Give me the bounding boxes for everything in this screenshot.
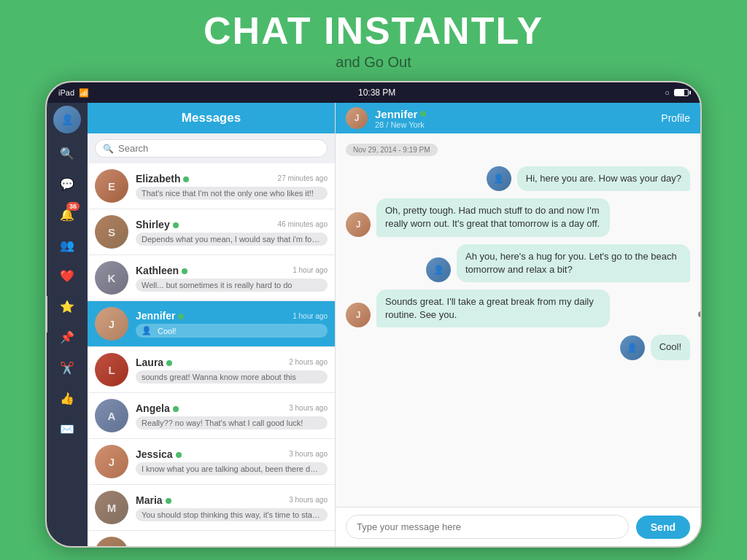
ipad-side-dot [698,311,702,317]
conv-avatar: J [95,307,128,341]
conv-name: Shirley [136,219,179,230]
conv-body: Jessica 3 hours ago I know what you are … [136,448,328,475]
sidebar-item-favorites[interactable]: ⭐ [53,292,81,320]
profile-button[interactable]: Profile [661,112,690,124]
sidebar-item-likes[interactable]: ❤️ [53,262,81,289]
hero-subtitle: and Go Out [336,54,411,71]
sidebar-item-tools[interactable]: ✂️ [53,354,81,381]
conv-name: Laura [136,357,172,368]
conv-time: 2 hours ago [289,358,328,366]
sidebar-item-bookmarks[interactable]: 📌 [53,323,81,351]
conversation-item-jennifer[interactable]: J Jennifer 1 hour ago 👤 Cool! [88,301,335,347]
conv-time: 1 hour ago [293,312,328,320]
sidebar-item-mail[interactable]: ✉️ [53,415,81,443]
user-avatar[interactable]: 👤 [53,106,81,133]
wifi-icon: 📶 [79,88,89,98]
message-bubble: Hi, here you are. How was your day? [517,166,690,191]
conv-avatar: L [95,353,128,386]
thumbsup-icon: 👍 [60,392,74,405]
chat-icon: 💬 [60,177,74,191]
conversation-item-kathleen[interactable]: K Kathleen 1 hour ago Well... but someti… [88,255,335,301]
app-area: 👤 🔍 💬 🔔 36 👥 ❤️ ⭐ 📌 [47,103,700,546]
conv-body: Shirley 46 minutes ago Depends what you … [136,219,328,246]
message-row-2: Ah you, here's a hug for you. Let's go t… [346,244,690,282]
conversation-item-maria[interactable]: M Maria 3 hours ago You should stop thin… [88,485,335,531]
bookmark-icon: 📌 [60,330,74,344]
conversation-item-lisa[interactable]: L Lisa 4 hours ago [88,531,335,546]
conv-time: 3 hours ago [289,496,328,504]
chat-area: J Jennifer 28 / New York Profile Nov 29,… [336,103,700,546]
star-icon: ⭐ [60,300,74,314]
message-avatar: J [346,212,371,237]
ipad-side-button [45,296,47,332]
message-row-3: JSounds great. I'll take a great break f… [346,289,690,327]
conv-online-dot [166,498,171,504]
conversation-item-laura[interactable]: L Laura 2 hours ago sounds great! Wanna … [88,347,335,393]
conv-header-row: Kathleen 1 hour ago [136,265,328,276]
sidebar-item-messages[interactable]: 💬 [53,170,81,198]
hero-title: CHAT INSTANTLY [204,9,543,52]
conv-preview: You should stop thinking this way, it's … [142,510,322,519]
chat-partner-meta: 28 / New York [375,120,426,129]
conv-avatar: A [95,399,128,432]
conv-preview-wrap: Really?? no way! That's what I call good… [136,416,328,429]
conv-preview: Really?? no way! That's what I call good… [142,419,303,427]
search-input[interactable] [118,143,320,154]
conv-header-row: Angela 3 hours ago [136,402,328,414]
conv-online-dot [173,222,179,228]
message-avatar: J [346,303,371,327]
conv-header-row: Elizabeth 27 minutes ago [136,173,328,184]
messages-list: Messages 🔍 E Elizabeth 27 minutes ago Th… [88,103,336,546]
sidebar-item-thumbsup[interactable]: 👍 [53,384,81,412]
message-avatar: 👤 [487,166,511,191]
sidebar-item-notifications[interactable]: 🔔 36 [53,201,81,228]
message-bubble: Ah you, here's a hug for you. Let's go t… [457,244,690,282]
conv-preview: Cool! [158,327,177,335]
message-input[interactable] [346,515,629,539]
conversation-item-jessica[interactable]: J Jessica 3 hours ago I know what you ar… [88,439,335,485]
conv-preview: Well... but sometimes it is really hard … [142,281,292,289]
conv-name: Kathleen [136,265,187,276]
conv-name: Jessica [136,448,182,460]
notification-badge: 36 [66,202,80,211]
conv-time: 27 minutes ago [278,174,328,182]
conv-online-dot [182,268,187,274]
mail-icon: ✉️ [60,422,74,436]
status-left: iPad 📶 [58,88,89,98]
chat-input-area: Send [336,507,700,546]
heart-icon: ❤️ [60,269,74,283]
conversation-list: E Elizabeth 27 minutes ago That's nice t… [88,163,335,546]
conv-time: 3 hours ago [289,404,328,412]
conv-header-row: Shirley 46 minutes ago [136,219,328,230]
conversation-item-shirley[interactable]: S Shirley 46 minutes ago Depends what yo… [88,209,335,255]
ipad-frame: iPad 📶 10:38 PM ○ 👤 🔍 💬 🔔 36 [45,81,702,548]
conv-online-dot [176,452,182,458]
conv-avatar: K [95,261,128,295]
message-bubble: Oh, pretty tough. Had much stuff to do a… [376,198,610,236]
status-right: ○ [665,88,689,97]
status-time: 10:38 PM [358,88,395,98]
device-label: iPad [58,88,74,97]
conv-preview-wrap: You should stop thinking this way, it's … [136,508,328,521]
conv-avatar: L [95,537,128,546]
conv-body: Lisa 4 hours ago [136,545,328,547]
conv-time: 1 hour ago [293,266,328,274]
conv-online-dot [173,406,179,412]
conversation-item-elizabeth[interactable]: E Elizabeth 27 minutes ago That's nice t… [88,163,335,209]
chat-header-avatar: J [346,107,368,129]
send-button[interactable]: Send [636,516,690,539]
message-row-1: JOh, pretty tough. Had much stuff to do … [346,198,690,236]
message-row-0: Hi, here you are. How was your day?👤 [346,166,690,191]
conversation-item-angela[interactable]: A Angela 3 hours ago Really?? no way! Th… [88,393,335,439]
conv-header-row: Lisa 4 hours ago [136,545,328,547]
sidebar-item-people[interactable]: 👥 [53,231,81,259]
conv-preview-wrap: Depends what you mean, I would say that … [136,233,328,246]
conv-time: 46 minutes ago [278,220,328,228]
conv-name: Maria [136,494,171,506]
search-icon-small: 🔍 [103,144,114,154]
conv-body: Angela 3 hours ago Really?? no way! That… [136,402,328,429]
sidebar-item-search[interactable]: 🔍 [53,139,81,167]
message-row-4: Cool!👤 [346,335,690,359]
search-wrap: 🔍 [95,139,328,158]
conv-preview-wrap: I know what you are talking about, been … [136,462,328,475]
